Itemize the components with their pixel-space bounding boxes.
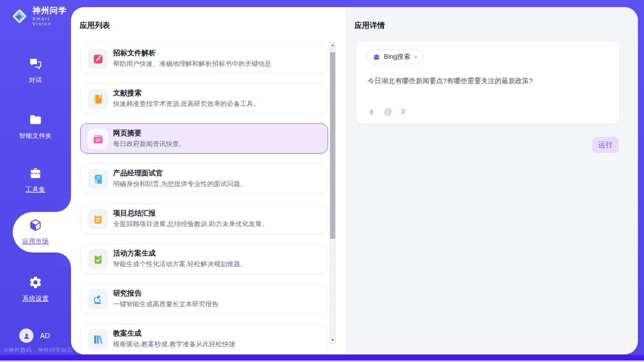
sidebar-item-cube[interactable]: 应用市场	[0, 218, 71, 246]
sidebar-item-toolbox[interactable]: 工具集	[0, 166, 71, 194]
sidebar-item-chat[interactable]: 对话	[0, 57, 71, 85]
bottom-accent-bar	[0, 355, 644, 360]
brand-logo-icon	[10, 7, 29, 26]
app-icon-tile	[88, 169, 108, 189]
app-card[interactable]: 项目总结汇报 全面回顾项目进展,总结经验教训,助力未来优化发展。	[80, 203, 328, 234]
avatar	[19, 329, 33, 343]
scrollbar-thumb[interactable]	[330, 52, 335, 239]
hash-icon[interactable]: #	[401, 107, 405, 117]
run-button[interactable]: 运行	[592, 137, 619, 153]
brand-tagline: Smart Vision	[32, 16, 71, 26]
prompt-card: Bing搜索 × 今日湖北有哪些新闻要点?有哪些需要关注的最新政策? @ #	[356, 41, 620, 124]
mention-icon[interactable]: @	[384, 107, 392, 117]
app-desc: 明确身份和职责,为您提供专业性的面试问题。	[113, 179, 247, 189]
scroll-up-arrow-icon[interactable]: ▲	[330, 42, 335, 48]
app-card[interactable]: 网页摘要 每日政府新闻资讯快查。	[80, 123, 328, 154]
app-name: 项目总结汇报	[113, 209, 156, 218]
app-icon-tile	[88, 329, 108, 349]
toolbox-icon	[28, 166, 43, 180]
folder-icon	[28, 113, 43, 127]
clipboard-check-icon	[92, 254, 104, 265]
app-list-panel: 应用列表 招标文件解析 帮助用户快速、准确地理解和解析招标书中的关键信息 文献搜…	[71, 7, 346, 354]
app-icon-tile	[88, 49, 108, 69]
tool-chip-label: Bing搜索	[384, 52, 410, 61]
app-card[interactable]: 活动方案生成 智能生成个性化活动方案,轻松解决规划难题。	[80, 243, 328, 274]
app-desc: 全面回顾项目进展,总结经验教训,助力未来优化发展。	[113, 220, 268, 229]
app-card[interactable]: 文献搜索 快速精准查找学术资源,提高研究效率的必备工具。	[80, 83, 328, 114]
briefcase-icon	[373, 53, 380, 61]
clipboard-icon	[92, 213, 104, 225]
app-desc: 快速精准查找学术资源,提高研究效率的必备工具。	[113, 99, 260, 108]
active-tab-fillet-bottom	[56, 252, 71, 268]
app-card[interactable]: 招标文件解析 帮助用户快速、准确地理解和解析招标书中的关键信息	[80, 43, 328, 74]
app-card[interactable]: 教案生成 模板驱动,教案秒成,教学准备从此轻松快捷	[80, 323, 328, 354]
app-card[interactable]: 研究报告 一键智能生成高质量长文本研究报告	[80, 283, 328, 314]
composer-toolbar: @ #	[368, 107, 405, 117]
prompt-input[interactable]: 今日湖北有哪些新闻要点?有哪些需要关注的最新政策?	[368, 77, 609, 86]
user-profile[interactable]: AD	[19, 329, 50, 343]
main-content: 应用列表 招标文件解析 帮助用户快速、准确地理解和解析招标书中的关键信息 文献搜…	[71, 7, 638, 354]
doc-edit-icon	[92, 53, 104, 65]
app-desc: 帮助用户快速、准确地理解和解析招标书中的关键信息	[113, 59, 271, 68]
scroll-down-arrow-icon[interactable]: ▼	[330, 337, 335, 343]
active-tab-fillet-top	[56, 197, 71, 212]
app-list: 招标文件解析 帮助用户快速、准确地理解和解析招标书中的关键信息 文献搜索 快速精…	[80, 43, 328, 354]
attachment-icon[interactable]	[368, 107, 375, 117]
app-detail-title: 应用详情	[354, 21, 385, 30]
app-desc: 每日政府新闻资讯快查。	[113, 139, 186, 149]
gear-icon	[28, 275, 43, 289]
remove-tool-icon[interactable]: ×	[414, 54, 418, 60]
app-detail-panel: 应用详情 Bing搜索 × 今日湖北有哪些新闻要点?有哪些需要关注的最新政策?	[346, 7, 638, 354]
sidebar-item-folder[interactable]: 智能文件夹	[0, 113, 71, 140]
app-window: 神州问学 Smart Vision 对话 智能文件夹 工具集 应用市场 系统设置…	[0, 0, 644, 362]
app-icon-tile	[88, 89, 108, 109]
app-icon-tile	[88, 209, 108, 229]
brand-name: 神州问学	[32, 6, 71, 15]
app-name: 研究报告	[113, 289, 141, 298]
sidebar-item-gear[interactable]: 系统设置	[0, 275, 71, 303]
app-icon-tile	[88, 129, 108, 149]
app-name: 文献搜索	[113, 89, 141, 98]
app-desc: 一键智能生成高质量长文本研究报告	[113, 300, 219, 309]
app-name: 招标文件解析	[113, 49, 156, 58]
app-name: 产品经理面试官	[113, 169, 163, 178]
sidebar: 神州问学 Smart Vision 对话 智能文件夹 工具集 应用市场 系统设置…	[0, 0, 71, 355]
chat-icon	[28, 57, 43, 71]
cube-icon	[28, 218, 43, 232]
user-initials: AD	[40, 332, 50, 340]
person-icon	[22, 332, 31, 340]
app-name: 活动方案生成	[113, 249, 156, 258]
app-card[interactable]: 产品经理面试官 明确身份和职责,为您提供专业性的面试问题。	[80, 163, 328, 194]
scrollbar[interactable]: ▲ ▼	[330, 42, 336, 344]
microscope-icon	[92, 294, 104, 305]
brand: 神州问学 Smart Vision	[10, 6, 71, 26]
app-name: 网页摘要	[113, 129, 141, 138]
book-icon	[92, 93, 104, 105]
app-list-title: 应用列表	[80, 21, 110, 30]
app-icon-tile	[88, 249, 108, 269]
app-icon-tile	[88, 289, 108, 309]
app-desc: 模板驱动,教案秒成,教学准备从此轻松快捷	[113, 340, 235, 349]
tool-chip-bing-search[interactable]: Bing搜索 ×	[367, 49, 424, 64]
browser-code-icon	[92, 133, 104, 145]
app-name: 教案生成	[113, 329, 141, 338]
person-doc-icon	[92, 173, 104, 185]
books-icon	[92, 334, 104, 345]
copyright-text: ©神州数码 · 神州问学出品	[4, 346, 73, 354]
app-desc: 智能生成个性化活动方案,轻松解决规划难题。	[113, 260, 247, 269]
